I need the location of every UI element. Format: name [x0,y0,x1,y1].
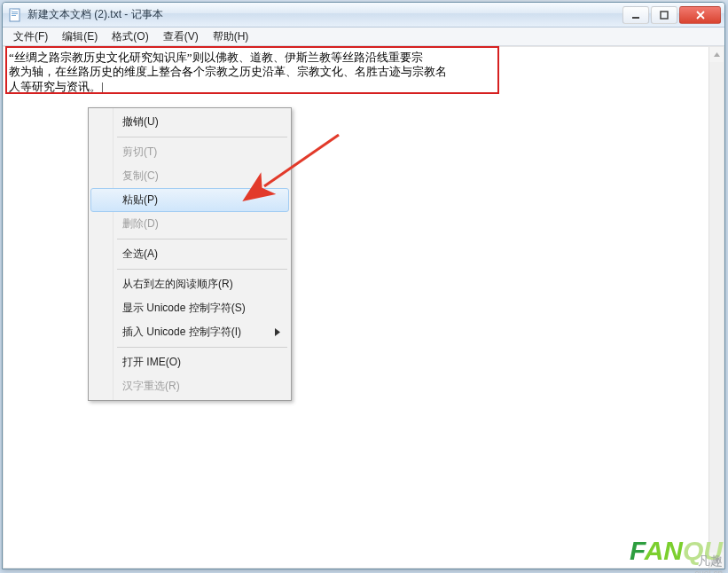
ctx-insert-unicode-label: 插入 Unicode 控制字符(I) [122,326,241,338]
context-menu: 撤销(U) 剪切(T) 复制(C) 粘贴(P) 删除(D) 全选(A) 从右到左… [88,107,292,401]
close-button[interactable] [679,6,721,24]
menu-help[interactable]: 帮助(H) [206,27,256,46]
ctx-undo[interactable]: 撤销(U) [90,110,289,134]
ctx-separator [117,239,287,239]
notepad-icon [8,8,22,22]
watermark-an: AN [645,536,683,565]
ctx-hanzi-reselect: 汉字重选(R) [90,374,289,398]
menu-file[interactable]: 文件(F) [6,27,55,46]
window-title: 新建文本文档 (2).txt - 记事本 [27,7,622,22]
menu-edit[interactable]: 编辑(E) [55,27,105,46]
ctx-rtl-reading[interactable]: 从右到左的阅读顺序(R) [90,272,289,296]
titlebar[interactable]: 新建文本文档 (2).txt - 记事本 [3,3,724,27]
maximize-button[interactable] [651,6,677,24]
ctx-separator [117,269,287,270]
ctx-insert-unicode[interactable]: 插入 Unicode 控制字符(I) [90,320,289,344]
menu-view[interactable]: 查看(V) [156,27,206,46]
scroll-up-button[interactable] [709,47,724,62]
svg-rect-4 [632,17,639,19]
ctx-select-all[interactable]: 全选(A) [90,242,289,266]
ctx-delete: 删除(D) [90,212,289,236]
submenu-arrow-icon [275,326,280,339]
ctx-copy: 复制(C) [90,164,289,188]
ctx-separator [117,137,287,137]
ctx-cut: 剪切(T) [90,140,289,164]
watermark-cn: 凡趣 [698,553,723,569]
svg-rect-3 [12,15,16,16]
ctx-separator [117,347,287,348]
ctx-open-ime[interactable]: 打开 IME(O) [90,350,289,374]
vertical-scrollbar[interactable] [708,47,724,568]
svg-rect-2 [12,13,18,14]
ctx-show-unicode[interactable]: 显示 Unicode 控制字符(S) [90,296,289,320]
svg-rect-1 [12,12,18,12]
menubar: 文件(F) 编辑(E) 格式(O) 查看(V) 帮助(H) [3,27,724,46]
ctx-paste[interactable]: 粘贴(P) [90,188,289,212]
watermark-sub: cuel.cn [694,569,723,573]
minimize-button[interactable] [622,6,649,24]
menu-format[interactable]: 格式(O) [105,27,155,46]
svg-rect-5 [661,12,668,19]
watermark-f: F [630,536,645,565]
